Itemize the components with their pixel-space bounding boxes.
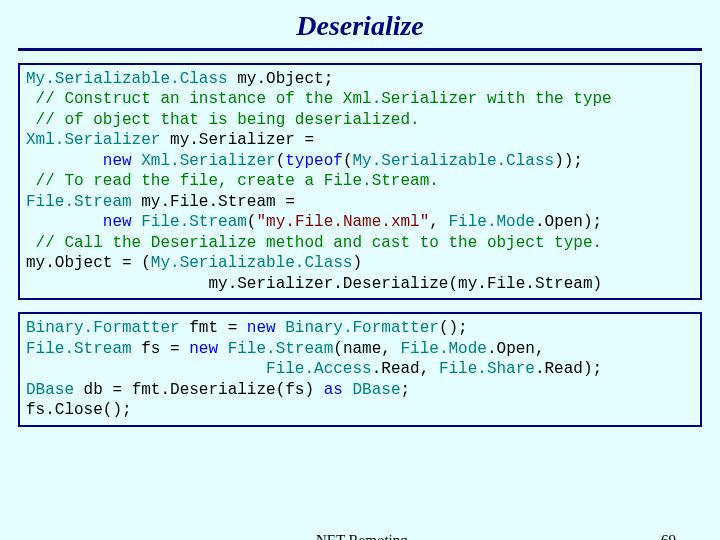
code-text: )); (554, 152, 583, 170)
code-text (276, 319, 286, 337)
code-type: Binary.Formatter (285, 319, 439, 337)
code-keyword: as (324, 381, 343, 399)
code-indent (26, 152, 103, 170)
code-keyword: new (103, 152, 132, 170)
code-text: , (429, 213, 448, 231)
code-type: DBase (352, 381, 400, 399)
code-text (132, 152, 142, 170)
slide-title: Deserialize (0, 0, 720, 48)
code-block-binaryformatter: Binary.Formatter fmt = new Binary.Format… (18, 312, 702, 426)
code-type: File.Stream (26, 340, 132, 358)
code-text (218, 340, 228, 358)
code-text: .Open, (487, 340, 554, 358)
code-text: my.Serializer.Deserialize(my.File.Stream… (26, 275, 602, 293)
code-text: my.File.Stream = (132, 193, 305, 211)
code-keyword: typeof (285, 152, 343, 170)
code-text: (); (439, 319, 468, 337)
code-indent (26, 213, 103, 231)
code-block-xmlserializer: My.Serializable.Class my.Object; // Cons… (18, 63, 702, 300)
code-type: File.Access (266, 360, 372, 378)
code-type: My.Serializable.Class (26, 70, 228, 88)
code-keyword: new (189, 340, 218, 358)
page-number: 69 (661, 532, 676, 540)
code-comment: // Call the Deserialize method and cast … (26, 234, 602, 252)
code-type: Binary.Formatter (26, 319, 180, 337)
code-type: Xml.Serializer (26, 131, 160, 149)
footer-title: .NET Remoting (0, 532, 720, 540)
code-text (132, 213, 142, 231)
code-type: File.Mode (401, 340, 487, 358)
code-text: .Open); (535, 213, 602, 231)
code-text: my.Object; (228, 70, 334, 88)
code-text: ) (352, 254, 371, 272)
code-text: .Read, (372, 360, 439, 378)
code-comment: // To read the file, create a File.Strea… (26, 172, 439, 190)
code-text: ; (400, 381, 410, 399)
code-type: My.Serializable.Class (151, 254, 353, 272)
code-text: ( (276, 152, 286, 170)
code-keyword: new (103, 213, 132, 231)
slide: Deserialize My.Serializable.Class my.Obj… (0, 0, 720, 540)
code-type: File.Mode (449, 213, 535, 231)
code-type: My.Serializable.Class (352, 152, 554, 170)
code-type: File.Stream (228, 340, 334, 358)
code-type: Xml.Serializer (141, 152, 275, 170)
code-text: my.Serializer = (160, 131, 323, 149)
code-text: (name, (333, 340, 400, 358)
code-type: File.Share (439, 360, 535, 378)
code-text: .Read); (535, 360, 602, 378)
code-text: fs = (132, 340, 190, 358)
code-keyword: new (247, 319, 276, 337)
code-type: File.Stream (141, 213, 247, 231)
code-text: my.Object = ( (26, 254, 151, 272)
code-comment: // of object that is being deserialized. (26, 111, 420, 129)
code-indent (26, 360, 266, 378)
code-comment: // Construct an instance of the Xml.Seri… (26, 90, 612, 108)
code-text: db = fmt.Deserialize(fs) (74, 381, 324, 399)
title-divider (18, 48, 702, 51)
code-type: DBase (26, 381, 74, 399)
code-string: "my.File.Name.xml" (256, 213, 429, 231)
code-text: fmt = (180, 319, 247, 337)
code-text: fs.Close(); (26, 401, 132, 419)
code-type: File.Stream (26, 193, 132, 211)
